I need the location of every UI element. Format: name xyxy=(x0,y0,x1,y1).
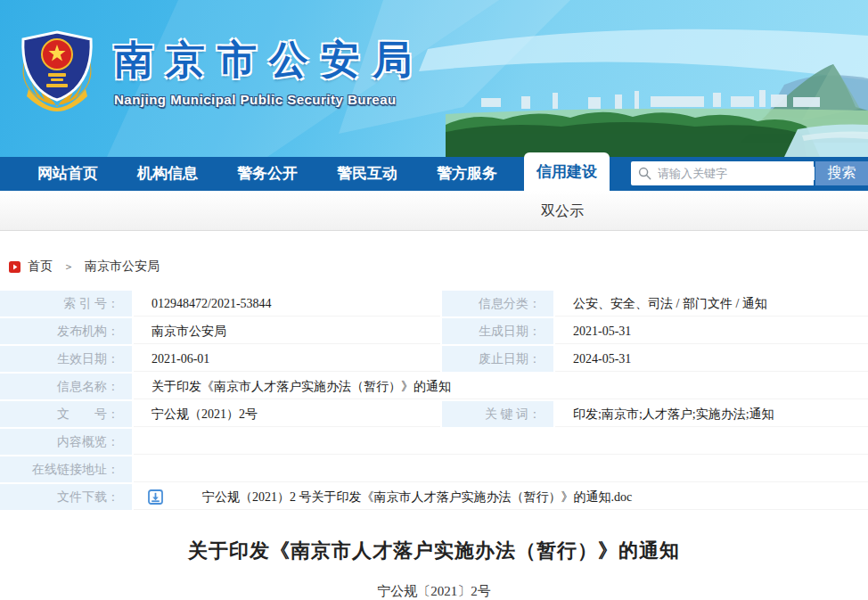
nav-item-credit-active[interactable]: 信用建设 xyxy=(524,152,610,191)
main-navbar: 网站首页 机构信息 警务公开 警民互动 警方服务 信用建设 搜索 xyxy=(0,157,868,191)
nav-item-services[interactable]: 警方服务 xyxy=(417,157,517,191)
breadcrumb-home-icon xyxy=(9,261,20,273)
keywords-label: 关 键 词： xyxy=(442,401,553,427)
site-title-en: Nanjing Municipal Public Security Bureau xyxy=(114,92,424,107)
meta-row-info-name: 信息名称： 关于印发《南京市人才落户实施办法（暂行）》的通知 xyxy=(0,374,868,399)
info-name-label: 信息名称： xyxy=(0,374,132,399)
content-overview-value xyxy=(134,429,868,455)
search-input[interactable] xyxy=(658,167,815,180)
keywords-value: 印发;南京市;人才落户;实施办法;通知 xyxy=(555,401,868,427)
index-number-label: 索 引 号： xyxy=(0,291,132,316)
search-box: 搜索 xyxy=(631,161,868,185)
police-badge-icon xyxy=(16,25,98,114)
nav-item-interact[interactable]: 警民互动 xyxy=(317,157,417,191)
doc-number-value: 宁公规（2021）2号 xyxy=(134,401,440,427)
content-overview-label: 内容概览： xyxy=(0,429,132,455)
effective-date-label: 生效日期： xyxy=(0,346,132,372)
category-value: 公安、安全、司法 / 部门文件 / 通知 xyxy=(555,291,868,316)
search-button[interactable]: 搜索 xyxy=(815,161,868,185)
site-title-cn: 南京市公安局 xyxy=(114,34,424,86)
generate-date-label: 生成日期： xyxy=(442,318,553,344)
document-meta-table: 索 引 号： 012948472/2021-53844 信息分类： 公安、安全、… xyxy=(0,291,868,510)
subnav-bar: 双公示 xyxy=(0,191,868,231)
category-label: 信息分类： xyxy=(442,291,553,316)
online-link-value xyxy=(134,456,868,482)
document-number: 宁公规〔2021〕2号 xyxy=(0,583,868,600)
meta-row-content-overview: 内容概览： xyxy=(0,429,868,455)
site-banner: 南京市公安局 Nanjing Municipal Public Security… xyxy=(0,0,868,157)
download-icon[interactable] xyxy=(148,489,163,505)
download-file-link[interactable]: 宁公规（2021）2 号关于印发《南京市人才落户实施办法（暂行）》的通知.doc xyxy=(202,484,632,510)
nav-item-police-open[interactable]: 警务公开 xyxy=(217,157,317,191)
meta-row-effective-expiry: 生效日期： 2021-06-01 废止日期： 2024-05-31 xyxy=(0,346,868,372)
generate-date-value: 2021-05-31 xyxy=(555,318,868,344)
search-icon xyxy=(638,167,651,180)
online-link-label: 在线链接地址： xyxy=(0,456,132,482)
info-name-value: 关于印发《南京市人才落户实施办法（暂行）》的通知 xyxy=(134,374,868,399)
file-download-value: 宁公规（2021）2 号关于印发《南京市人才落户实施办法（暂行）》的通知.doc xyxy=(134,484,868,510)
breadcrumb-separator: ＞ xyxy=(63,259,74,275)
breadcrumb: 首页 ＞ 南京市公安局 xyxy=(0,258,868,275)
search-field xyxy=(631,161,814,185)
nav-items: 网站首页 机构信息 警务公开 警民互动 警方服务 信用建设 xyxy=(0,157,617,191)
meta-row-docno-keywords: 文 号： 宁公规（2021）2号 关 键 词： 印发;南京市;人才落户;实施办法… xyxy=(0,401,868,427)
breadcrumb-current: 南京市公安局 xyxy=(85,259,160,275)
nav-item-home[interactable]: 网站首页 xyxy=(18,157,118,191)
document-title: 关于印发《南京市人才落户实施办法（暂行）》的通知 xyxy=(0,538,868,564)
meta-row-online-link: 在线链接地址： xyxy=(0,456,868,482)
meta-row-index-category: 索 引 号： 012948472/2021-53844 信息分类： 公安、安全、… xyxy=(0,291,868,316)
effective-date-value: 2021-06-01 xyxy=(134,346,440,372)
meta-row-file-download: 文件下载： 宁公规（2021）2 号关于印发《南京市人才落户实施办法（暂行）》的… xyxy=(0,484,868,510)
issuing-agency-label: 发布机构： xyxy=(0,318,132,344)
nav-item-org-info[interactable]: 机构信息 xyxy=(118,157,217,191)
doc-number-label: 文 号： xyxy=(0,401,132,427)
site-logo: 南京市公安局 Nanjing Municipal Public Security… xyxy=(16,25,424,114)
index-number-value: 012948472/2021-53844 xyxy=(134,291,440,316)
breadcrumb-home-link[interactable]: 首页 xyxy=(28,259,53,275)
expiry-date-value: 2024-05-31 xyxy=(555,346,868,372)
subnav-item-dual-publicity[interactable]: 双公示 xyxy=(520,191,605,231)
meta-row-agency-gendate: 发布机构： 南京市公安局 生成日期： 2021-05-31 xyxy=(0,318,868,344)
expiry-date-label: 废止日期： xyxy=(442,346,553,372)
file-download-label: 文件下载： xyxy=(0,484,132,510)
issuing-agency-value: 南京市公安局 xyxy=(134,318,440,344)
